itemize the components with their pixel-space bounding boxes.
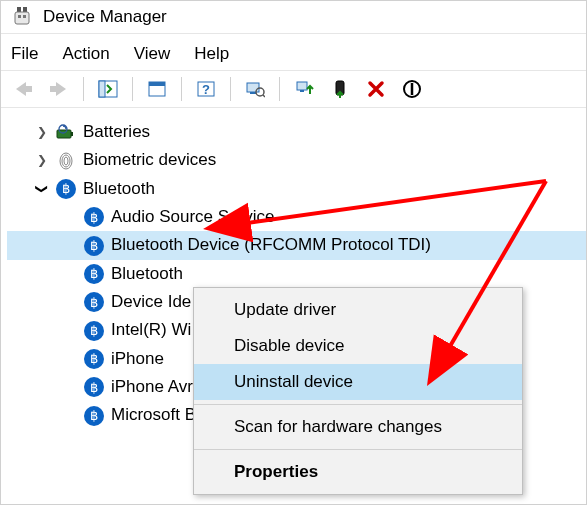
tree-label: iPhone xyxy=(111,346,164,372)
menu-action[interactable]: Action xyxy=(62,44,109,64)
svg-rect-13 xyxy=(247,83,259,92)
tree-label: Biometric devices xyxy=(83,147,216,173)
app-icon xyxy=(11,7,33,27)
ctx-disable-device[interactable]: Disable device xyxy=(194,328,522,364)
svg-rect-2 xyxy=(15,12,29,24)
bluetooth-icon: ฿ xyxy=(83,349,105,369)
bluetooth-icon: ฿ xyxy=(83,292,105,312)
tree-node-biometric[interactable]: ❯ Biometric devices xyxy=(7,146,586,174)
svg-rect-10 xyxy=(149,82,165,86)
tree-label: Bluetooth Device (RFCOMM Protocol TDI) xyxy=(111,232,431,258)
context-menu[interactable]: Update driver Disable device Uninstall d… xyxy=(193,287,523,495)
svg-rect-18 xyxy=(300,90,304,92)
ctx-uninstall-device[interactable]: Uninstall device xyxy=(194,364,522,400)
svg-point-26 xyxy=(64,157,68,165)
svg-rect-22 xyxy=(71,132,73,136)
tree-label: iPhone Avr xyxy=(111,374,193,400)
tree-node-child[interactable]: ฿ Bluetooth xyxy=(7,260,586,288)
enable-device-button[interactable] xyxy=(324,75,356,103)
ctx-properties[interactable]: Properties xyxy=(194,454,522,490)
toolbar: ? xyxy=(1,71,586,108)
battery-icon xyxy=(55,124,77,140)
ctx-separator xyxy=(194,449,522,450)
tree-label: Microsoft B xyxy=(111,402,196,428)
toolbar-separator xyxy=(132,77,133,101)
svg-rect-8 xyxy=(99,81,105,97)
tree-node-batteries[interactable]: ❯ Batteries xyxy=(7,118,586,146)
fingerprint-icon xyxy=(55,151,77,171)
toolbar-separator xyxy=(279,77,280,101)
bluetooth-icon: ฿ xyxy=(83,406,105,426)
nav-back-button xyxy=(7,75,39,103)
toolbar-separator xyxy=(181,77,182,101)
tree-label: Audio Source Service xyxy=(111,204,274,230)
chevron-down-icon[interactable]: ❯ xyxy=(33,182,52,196)
tree-node-child-selected[interactable]: ฿ Bluetooth Device (RFCOMM Protocol TDI) xyxy=(7,231,586,259)
ctx-scan-hardware[interactable]: Scan for hardware changes xyxy=(194,409,522,445)
tree-label: Device Ide xyxy=(111,289,191,315)
svg-rect-14 xyxy=(250,92,256,94)
toolbar-separator xyxy=(230,77,231,101)
svg-rect-1 xyxy=(23,7,27,12)
ctx-separator xyxy=(194,404,522,405)
titlebar: Device Manager xyxy=(1,1,586,34)
menu-help[interactable]: Help xyxy=(194,44,229,64)
nav-forward-button xyxy=(43,75,75,103)
tree-label: Bluetooth xyxy=(111,261,183,287)
tree-label: Batteries xyxy=(83,119,150,145)
menu-view[interactable]: View xyxy=(134,44,171,64)
chevron-right-icon[interactable]: ❯ xyxy=(35,151,49,170)
uninstall-device-button[interactable] xyxy=(360,75,392,103)
menu-file[interactable]: File xyxy=(11,44,38,64)
bluetooth-icon: ฿ xyxy=(83,236,105,256)
svg-rect-4 xyxy=(23,15,26,18)
tree-label: Intel(R) Wi xyxy=(111,317,191,343)
svg-rect-3 xyxy=(18,15,21,18)
bluetooth-icon: ฿ xyxy=(83,207,105,227)
tree-label: Bluetooth xyxy=(83,176,155,202)
window-title: Device Manager xyxy=(43,7,167,27)
tree-node-child[interactable]: ฿ Audio Source Service xyxy=(7,203,586,231)
toolbar-separator xyxy=(83,77,84,101)
svg-rect-0 xyxy=(17,7,21,12)
properties-button[interactable] xyxy=(141,75,173,103)
chevron-right-icon[interactable]: ❯ xyxy=(35,123,49,142)
tree-node-bluetooth[interactable]: ❯ ฿ Bluetooth xyxy=(7,175,586,203)
scan-hardware-button[interactable] xyxy=(239,75,271,103)
svg-text:?: ? xyxy=(202,82,210,97)
bluetooth-icon: ฿ xyxy=(83,377,105,397)
bluetooth-icon: ฿ xyxy=(83,264,105,284)
update-driver-button[interactable] xyxy=(288,75,320,103)
show-hide-tree-button[interactable] xyxy=(92,75,124,103)
svg-line-16 xyxy=(263,95,265,97)
svg-rect-17 xyxy=(297,82,307,90)
svg-rect-6 xyxy=(50,86,57,92)
ctx-update-driver[interactable]: Update driver xyxy=(194,292,522,328)
bluetooth-icon: ฿ xyxy=(55,179,77,199)
help-button[interactable]: ? xyxy=(190,75,222,103)
disable-device-button[interactable] xyxy=(396,75,428,103)
menubar: File Action View Help xyxy=(1,34,586,71)
svg-rect-5 xyxy=(25,86,32,92)
bluetooth-icon: ฿ xyxy=(83,321,105,341)
